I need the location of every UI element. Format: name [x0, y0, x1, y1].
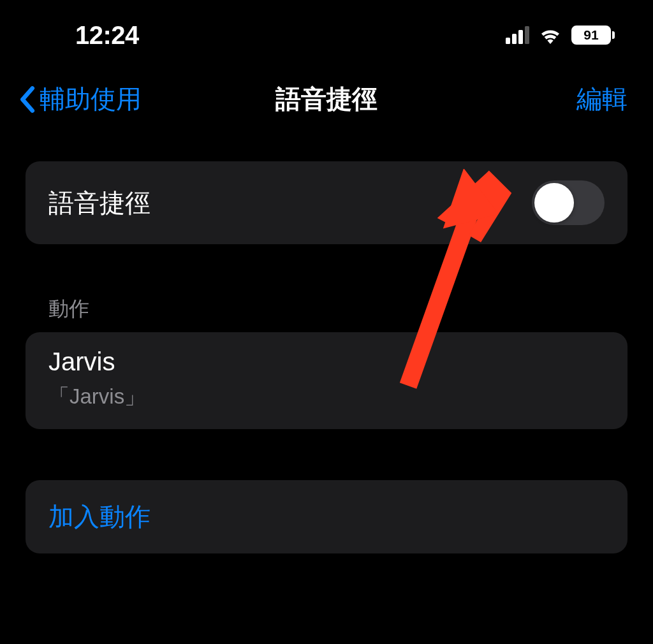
- navigation-bar: 輔助使用 語音捷徑 編輯: [0, 57, 653, 136]
- content-area: 語音捷徑 動作 Jarvis 「Jarvis」 加入動作: [0, 136, 653, 553]
- toggle-knob: [534, 183, 574, 223]
- chevron-left-icon: [15, 85, 38, 113]
- status-indicators: 91: [506, 26, 615, 45]
- voice-shortcut-toggle[interactable]: [532, 180, 605, 225]
- actions-group: Jarvis 「Jarvis」: [26, 332, 627, 429]
- action-title: Jarvis: [48, 348, 605, 376]
- edit-button[interactable]: 編輯: [576, 82, 627, 117]
- battery-indicator: 91: [571, 26, 615, 45]
- action-subtitle: 「Jarvis」: [48, 383, 605, 411]
- action-item[interactable]: Jarvis 「Jarvis」: [26, 332, 627, 429]
- back-button[interactable]: 輔助使用: [15, 82, 142, 117]
- wifi-icon: [538, 26, 562, 44]
- back-label: 輔助使用: [40, 82, 142, 117]
- voice-shortcut-toggle-row: 語音捷徑: [26, 161, 627, 244]
- actions-section-header: 動作: [26, 295, 627, 332]
- status-bar: 12:24 91: [0, 0, 653, 57]
- page-title: 語音捷徑: [275, 82, 378, 117]
- add-action-group: 加入動作: [26, 480, 627, 553]
- toggle-label: 語音捷徑: [48, 186, 150, 221]
- cellular-signal-icon: [506, 26, 529, 44]
- toggle-group: 語音捷徑: [26, 161, 627, 244]
- add-action-button[interactable]: 加入動作: [26, 480, 627, 553]
- battery-percentage: 91: [583, 27, 598, 43]
- status-time: 12:24: [75, 21, 139, 50]
